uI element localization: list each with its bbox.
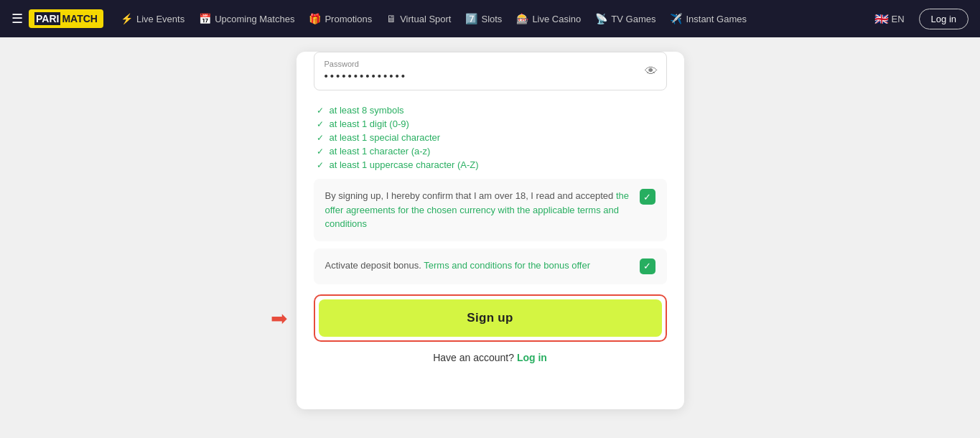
deposit-checkbox-block[interactable]: Activate deposit bonus. Terms and condit… <box>314 248 667 284</box>
nav-item-upcoming-matches[interactable]: 📅 Upcoming Matches <box>193 9 300 29</box>
upcoming-matches-icon: 📅 <box>199 13 211 24</box>
nav-item-virtual-sport[interactable]: 🖥 Virtual Sport <box>381 9 457 29</box>
slots-icon: 7️⃣ <box>465 13 477 24</box>
main-content: Password 👁 ✓ at least 8 symbols ✓ at lea… <box>0 37 980 438</box>
login-button[interactable]: Log in <box>919 9 969 29</box>
hamburger-menu[interactable]: ☰ <box>11 11 23 27</box>
password-field-wrapper: Password 👁 <box>314 52 667 90</box>
terms-checkbox-block[interactable]: By signing up, I hereby confirm that I a… <box>314 179 667 241</box>
have-account-section: Have an account? Log in <box>314 352 667 363</box>
signup-wrapper: Sign up <box>314 294 667 342</box>
signup-form-card: Password 👁 ✓ at least 8 symbols ✓ at lea… <box>297 52 684 409</box>
signup-section: ➡ Sign up <box>314 294 667 342</box>
instant-games-icon: ✈️ <box>670 13 682 24</box>
validation-item-1: ✓ at least 8 symbols <box>317 105 664 116</box>
validation-item-2: ✓ at least 1 digit (0-9) <box>317 118 664 129</box>
check-icon-4: ✓ <box>317 146 324 157</box>
language-selector[interactable]: 🇬🇧 EN <box>869 9 910 29</box>
deposit-text: Activate deposit bonus. Terms and condit… <box>325 258 631 273</box>
deposit-checkbox[interactable]: ✓ <box>640 258 655 274</box>
virtual-sport-icon: 🖥 <box>386 13 396 24</box>
signup-button[interactable]: Sign up <box>319 299 662 337</box>
tv-games-icon: 📡 <box>595 13 607 24</box>
login-link[interactable]: Log in <box>517 352 547 363</box>
validation-item-3: ✓ at least 1 special character <box>317 132 664 143</box>
live-casino-icon: 🎰 <box>516 13 528 24</box>
nav-item-slots[interactable]: 7️⃣ Slots <box>459 9 508 29</box>
terms-checkbox[interactable]: ✓ <box>640 189 655 205</box>
logo[interactable]: PARIMATCH <box>29 9 103 28</box>
check-icon-1: ✓ <box>317 106 324 116</box>
toggle-password-icon[interactable]: 👁 <box>645 64 658 79</box>
nav-item-live-events[interactable]: ⚡ Live Events <box>115 9 190 29</box>
validation-item-4: ✓ at least 1 character (a-z) <box>317 146 664 157</box>
flag-icon: 🇬🇧 <box>874 12 889 26</box>
password-input[interactable] <box>325 70 656 82</box>
arrow-indicator: ➡ <box>271 306 287 330</box>
nav-item-promotions[interactable]: 🎁 Promotions <box>303 9 378 29</box>
check-icon-2: ✓ <box>317 119 324 129</box>
nav-item-tv-games[interactable]: 📡 TV Games <box>589 9 661 29</box>
navbar: ☰ PARIMATCH ⚡ Live Events 📅 Upcoming Mat… <box>0 0 980 37</box>
validation-item-5: ✓ at least 1 uppercase character (A-Z) <box>317 159 664 170</box>
terms-text: By signing up, I hereby confirm that I a… <box>325 189 631 231</box>
nav-item-live-casino[interactable]: 🎰 Live Casino <box>510 9 587 29</box>
password-field-group: Password 👁 <box>314 52 667 90</box>
deposit-link[interactable]: Terms and conditions for the bonus offer <box>424 260 590 271</box>
check-icon-5: ✓ <box>317 160 324 170</box>
check-icon-3: ✓ <box>317 133 324 143</box>
promotions-icon: 🎁 <box>309 13 321 24</box>
live-events-icon: ⚡ <box>121 13 133 24</box>
validation-list: ✓ at least 8 symbols ✓ at least 1 digit … <box>314 99 667 179</box>
password-label: Password <box>325 60 656 68</box>
nav-item-instant-games[interactable]: ✈️ Instant Games <box>664 9 752 29</box>
